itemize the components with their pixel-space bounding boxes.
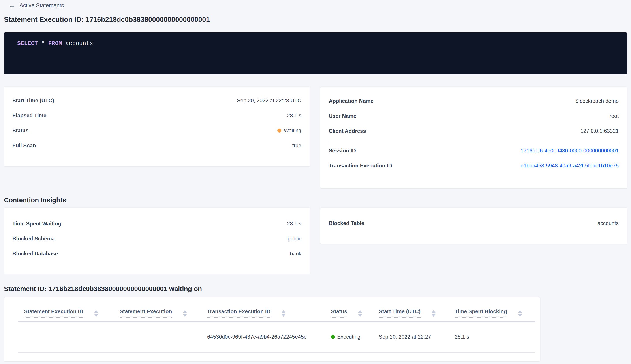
blocked-table-label: Blocked Table: [329, 220, 364, 226]
sort-icon: [183, 310, 187, 317]
column-header-time-spent-blocking[interactable]: Time Spent Blocking: [455, 308, 535, 321]
column-header-statement-execution-id[interactable]: Statement Execution ID: [24, 308, 120, 321]
status-waiting-text: Waiting: [284, 128, 302, 134]
column-header-start-time[interactable]: Start Time (UTC): [379, 308, 455, 321]
client-address-label: Client Address: [329, 128, 366, 134]
status-executing-dot-icon: [331, 335, 335, 339]
contention-insights-heading: Contention Insights: [4, 196, 627, 204]
blocked-table-value: accounts: [598, 220, 619, 226]
waiting-on-table: Statement Execution ID Statement Executi…: [18, 298, 535, 352]
blocked-schema-value: public: [288, 236, 302, 242]
sql-text: *: [38, 40, 48, 47]
status-value: Waiting: [277, 128, 302, 134]
column-header-statement-execution[interactable]: Statement Execution: [120, 308, 207, 321]
blocked-database-label: Blocked Database: [12, 250, 58, 257]
user-name-row: User Name root: [329, 108, 619, 124]
transaction-execution-id-row: Transaction Execution ID e1bba458-5948-4…: [329, 158, 619, 173]
table-row: 64530d0c-969f-437e-a9b4-26a72245e45e Exe…: [18, 322, 535, 352]
column-header-label: Statement Execution: [120, 308, 172, 318]
cell-start-time: Sep 20, 2022 at 22:27: [379, 334, 455, 340]
back-arrow-icon: ←: [9, 3, 16, 8]
contention-cards-row: Time Spent Waiting 28.1 s Blocked Schema…: [4, 208, 627, 274]
contention-waiting-card: Time Spent Waiting 28.1 s Blocked Schema…: [4, 208, 310, 274]
status-executing-text: Executing: [337, 334, 360, 340]
sort-icon: [432, 310, 436, 317]
transaction-execution-id-label: Transaction Execution ID: [329, 162, 392, 169]
sort-icon: [282, 310, 286, 317]
column-header-label: Start Time (UTC): [379, 308, 420, 318]
waiting-on-heading: Statement ID: 1716b218dc0b38380000000000…: [4, 285, 627, 292]
column-header-label: Statement Execution ID: [24, 308, 83, 318]
client-address-row: Client Address 127.0.0.1:63321: [329, 124, 619, 138]
waiting-on-table-card: Statement Execution ID Statement Executi…: [4, 298, 540, 361]
application-name-value: $ cockroach demo: [576, 98, 619, 104]
column-header-label: Transaction Execution ID: [207, 308, 270, 318]
time-spent-waiting-row: Time Spent Waiting 28.1 s: [12, 216, 302, 231]
sort-icon: [94, 310, 98, 317]
page-title: Statement Execution ID: 1716b218dc0b3838…: [4, 15, 627, 24]
user-name-label: User Name: [329, 113, 356, 119]
blocked-schema-label: Blocked Schema: [12, 236, 55, 242]
start-time-label: Start Time (UTC): [12, 98, 54, 104]
elapsed-time-value: 28.1 s: [287, 112, 302, 119]
client-address-value: 127.0.0.1:63321: [580, 128, 619, 134]
column-header-status[interactable]: Status: [331, 308, 379, 321]
full-scan-row: Full Scan true: [12, 138, 302, 153]
column-header-label: Time Spent Blocking: [455, 308, 507, 318]
blocked-database-row: Blocked Database bank: [12, 246, 302, 261]
status-waiting-dot-icon: [277, 128, 281, 132]
back-link-label: Active Statements: [20, 2, 64, 8]
table-header-row: Statement Execution ID Statement Executi…: [18, 298, 535, 322]
full-scan-value: true: [292, 142, 302, 149]
column-header-transaction-execution-id[interactable]: Transaction Execution ID: [207, 308, 331, 321]
session-id-link[interactable]: 1716b1f6-4e0c-f480-0000-000000000001: [521, 148, 619, 154]
session-id-label: Session ID: [329, 148, 356, 154]
start-time-value: Sep 20, 2022 at 22:28 UTC: [237, 98, 302, 104]
column-header-label: Status: [331, 308, 347, 318]
transaction-execution-id-link[interactable]: e1bba458-5948-40a9-a42f-5feac1b10e75: [521, 162, 619, 169]
application-name-row: Application Name $ cockroach demo: [329, 94, 619, 108]
cell-status: Executing: [331, 334, 379, 340]
application-name-label: Application Name: [329, 98, 374, 104]
blocked-table-row: Blocked Table accounts: [329, 216, 619, 231]
session-id-row: Session ID 1716b1f6-4e0c-f480-0000-00000…: [329, 143, 619, 158]
blocked-database-value: bank: [290, 250, 302, 257]
cell-transaction-execution-id: 64530d0c-969f-437e-a9b4-26a72245e45e: [207, 334, 331, 340]
sql-keyword: SELECT: [17, 40, 38, 47]
status-label: Status: [12, 128, 28, 134]
status-row: Status Waiting: [12, 123, 302, 138]
contention-blocked-table-card: Blocked Table accounts: [320, 208, 627, 244]
start-time-row: Start Time (UTC) Sep 20, 2022 at 22:28 U…: [12, 93, 302, 108]
sql-text: accounts: [62, 40, 93, 47]
back-link[interactable]: ← Active Statements: [9, 2, 64, 8]
session-details-card: Application Name $ cockroach demo User N…: [320, 87, 627, 188]
time-spent-waiting-value: 28.1 s: [287, 220, 302, 227]
sql-keyword: FROM: [48, 40, 62, 47]
sort-icon: [518, 310, 522, 317]
full-scan-label: Full Scan: [12, 142, 36, 149]
elapsed-time-row: Elapsed Time 28.1 s: [12, 108, 302, 123]
blocked-schema-row: Blocked Schema public: [12, 231, 302, 246]
cell-time-spent-blocking: 28.1 s: [455, 334, 535, 340]
summary-cards-row: Start Time (UTC) Sep 20, 2022 at 22:28 U…: [4, 87, 627, 188]
sort-icon: [358, 310, 362, 317]
time-spent-waiting-label: Time Spent Waiting: [12, 220, 61, 227]
sql-statement-box: SELECT * FROM accounts: [4, 32, 627, 74]
user-name-value: root: [610, 113, 619, 119]
execution-details-card: Start Time (UTC) Sep 20, 2022 at 22:28 U…: [4, 87, 310, 166]
elapsed-time-label: Elapsed Time: [12, 112, 46, 119]
